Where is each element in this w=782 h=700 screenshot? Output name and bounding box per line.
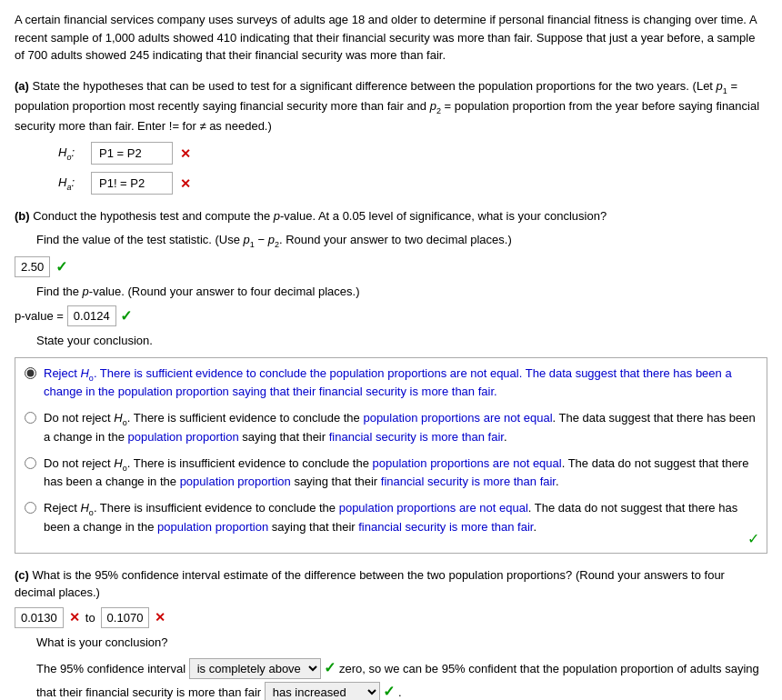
part-a-instruction: State the hypotheses that can be used to… [15, 79, 759, 133]
conclusion-options-box: Reject Ho. There is sufficient evidence … [15, 357, 767, 554]
ci-upper-xmark: ✕ [155, 610, 165, 625]
h0-input[interactable]: P1 = P2 [91, 142, 173, 165]
conclusion-radio-4[interactable] [25, 502, 36, 514]
conclusion-option-4: Reject Ho. There is insufficient evidenc… [25, 500, 757, 535]
part-c-label: (c) [15, 568, 29, 582]
conclusion-text-1: Reject Ho. There is sufficient evidence … [44, 365, 757, 401]
ha-row: Ha: P1! = P2 ✕ [58, 172, 767, 195]
conclusion-text-2: Do not reject Ho. There is sufficient ev… [44, 410, 757, 445]
what-is-conclusion-label: What is your conclusion? [36, 634, 767, 652]
dropdown2-check: ✓ [383, 684, 395, 699]
pvalue-input[interactable]: 0.0124 [67, 305, 116, 326]
test-stat-check: ✓ [55, 258, 67, 275]
ha-label: Ha: [58, 175, 84, 192]
pvalue-instruction: Find the p-value. (Round your answer to … [36, 283, 767, 301]
test-stat-input[interactable]: 2.50 [15, 256, 50, 277]
confidence-interval-row: 0.0130 ✕ to 0.1070 ✕ [15, 607, 767, 628]
conclusion-option-3: Do not reject Ho. There is insufficient … [25, 455, 757, 491]
conclusion-text-3: Do not reject Ho. There is insufficient … [44, 455, 757, 491]
h0-xmark: ✕ [180, 146, 191, 161]
conclusion-period: . [398, 685, 402, 699]
pvalue-prefix: p-value = [15, 309, 64, 323]
test-stat-instruction: Find the value of the test statistic. (U… [36, 231, 767, 251]
intro-paragraph: A certain financial services company use… [15, 11, 767, 65]
conclusion-box-check: ✓ [747, 530, 759, 547]
ci-upper-input[interactable]: 0.1070 [101, 607, 150, 628]
conclusion-radio-3[interactable] [25, 457, 36, 469]
part-c-instruction: What is the 95% confidence interval esti… [15, 568, 725, 600]
dropdown-direction[interactable]: has increased has decreased has not chan… [265, 682, 380, 700]
ci-to-label: to [85, 611, 95, 625]
conclusion-radio-1[interactable] [25, 367, 36, 379]
pvalue-row: p-value = 0.0124 ✓ [15, 305, 767, 326]
part-a: (a) State the hypotheses that can be use… [15, 77, 767, 195]
part-b-label: (b) [15, 209, 30, 223]
part-c-conclusion-text: The 95% confidence interval is completel… [36, 656, 767, 700]
dropdown1-check: ✓ [324, 660, 336, 675]
ha-xmark: ✕ [180, 176, 191, 191]
conclusion-option-1: Reject Ho. There is sufficient evidence … [25, 365, 757, 401]
test-stat-row: 2.50 ✓ [15, 256, 767, 277]
ci-lower-input[interactable]: 0.0130 [15, 607, 64, 628]
conclusion-prefix: The 95% confidence interval [36, 662, 185, 675]
state-conclusion-label: State your conclusion. [36, 332, 767, 350]
conclusion-radio-2[interactable] [25, 412, 36, 424]
part-b: (b) Conduct the hypothesis test and comp… [15, 207, 767, 554]
h0-label: Ho: [58, 145, 84, 162]
part-c: (c) What is the 95% confidence interval … [15, 566, 767, 700]
part-a-label: (a) [15, 79, 29, 93]
h0-row: Ho: P1 = P2 ✕ [58, 142, 767, 165]
ci-lower-xmark: ✕ [69, 610, 80, 625]
pvalue-check: ✓ [120, 307, 132, 325]
conclusion-option-2: Do not reject Ho. There is sufficient ev… [25, 410, 757, 445]
part-b-instruction: Conduct the hypothesis test and compute … [33, 209, 607, 223]
ha-input[interactable]: P1! = P2 [91, 172, 173, 195]
dropdown-ci-position[interactable]: is completely above is completely below … [189, 658, 321, 679]
conclusion-text-4: Reject Ho. There is insufficient evidenc… [44, 500, 757, 535]
